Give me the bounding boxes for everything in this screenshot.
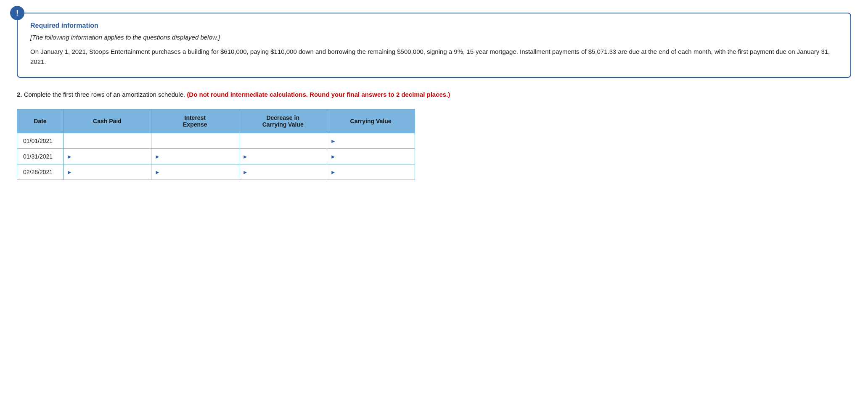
col-header-decrease: Decrease inCarrying Value xyxy=(239,109,327,133)
col-header-carrying-value: Carrying Value xyxy=(327,109,415,133)
arrow-icon-2b: ► xyxy=(155,154,160,160)
arrow-icon-2a: ► xyxy=(67,154,72,160)
carrying-value-input-3[interactable] xyxy=(338,169,411,175)
carrying-value-cell-1[interactable]: ► xyxy=(327,133,415,149)
cash-paid-cell-2[interactable]: ► xyxy=(64,149,151,164)
cash-paid-input-2[interactable] xyxy=(74,153,148,160)
decrease-input-3[interactable] xyxy=(250,169,323,175)
question-line: 2. Complete the first three rows of an a… xyxy=(17,90,851,100)
carrying-value-cell-3[interactable]: ► xyxy=(327,164,415,180)
amortization-table: Date Cash Paid InterestExpense Decrease … xyxy=(17,109,415,180)
question-number: 2. xyxy=(17,91,22,98)
carrying-value-input-1[interactable] xyxy=(338,138,411,144)
col-header-cash-paid: Cash Paid xyxy=(64,109,151,133)
cash-paid-cell-1 xyxy=(64,133,151,149)
carrying-value-cell-2[interactable]: ► xyxy=(327,149,415,164)
table-row: 02/28/2021 ► ► ► xyxy=(17,164,415,180)
date-cell-1: 01/01/2021 xyxy=(17,133,64,149)
question-instruction: (Do not round intermediate calculations.… xyxy=(187,91,450,98)
interest-expense-cell-3[interactable]: ► xyxy=(151,164,239,180)
decrease-input-2[interactable] xyxy=(250,153,323,160)
table-row: 01/01/2021 ► xyxy=(17,133,415,149)
arrow-icon-3d: ► xyxy=(331,169,336,175)
interest-expense-input-3[interactable] xyxy=(162,169,236,175)
decrease-cell-1 xyxy=(239,133,327,149)
alert-box: ! Required information [The following in… xyxy=(17,13,851,78)
decrease-cell-2[interactable]: ► xyxy=(239,149,327,164)
date-cell-2: 01/31/2021 xyxy=(17,149,64,164)
arrow-icon-3a: ► xyxy=(67,169,72,175)
question-text: Complete the first three rows of an amor… xyxy=(24,91,187,98)
decrease-cell-3[interactable]: ► xyxy=(239,164,327,180)
date-cell-3: 02/28/2021 xyxy=(17,164,64,180)
alert-icon: ! xyxy=(10,6,24,20)
cash-paid-cell-3[interactable]: ► xyxy=(64,164,151,180)
arrow-icon-2d: ► xyxy=(331,154,336,160)
interest-expense-cell-2[interactable]: ► xyxy=(151,149,239,164)
carrying-value-input-2[interactable] xyxy=(338,153,411,160)
interest-expense-cell-1 xyxy=(151,133,239,149)
arrow-icon-2c: ► xyxy=(243,154,248,160)
arrow-icon-3c: ► xyxy=(243,169,248,175)
interest-expense-input-2[interactable] xyxy=(162,153,236,160)
col-header-interest-expense: InterestExpense xyxy=(151,109,239,133)
cash-paid-input-3[interactable] xyxy=(74,169,148,175)
italic-line: [The following information applies to th… xyxy=(30,34,838,41)
alert-body: On January 1, 2021, Stoops Entertainment… xyxy=(30,47,838,67)
arrow-icon-1: ► xyxy=(331,138,336,144)
required-heading: Required information xyxy=(30,22,838,29)
arrow-icon-3b: ► xyxy=(155,169,160,175)
col-header-date: Date xyxy=(17,109,64,133)
table-row: 01/31/2021 ► ► ► xyxy=(17,149,415,164)
